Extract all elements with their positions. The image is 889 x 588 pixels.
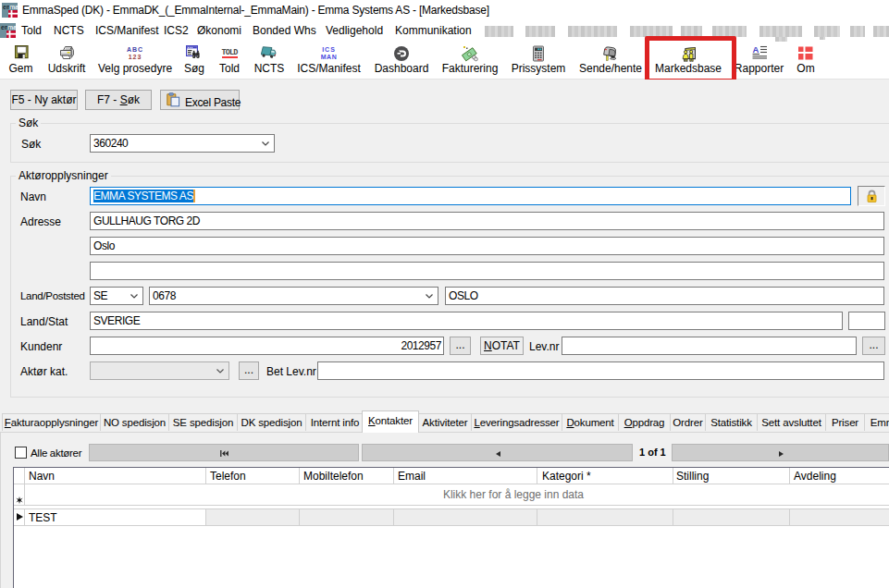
svg-text:ma: ma: [9, 4, 18, 10]
svg-text:ma: ma: [7, 24, 16, 31]
svg-text:A: A: [752, 45, 759, 55]
